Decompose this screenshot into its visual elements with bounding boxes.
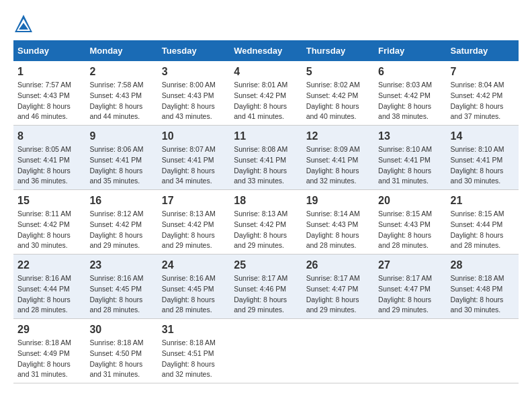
- calendar-cell: 8Sunrise: 8:05 AMSunset: 4:41 PMDaylight…: [13, 126, 85, 190]
- cell-content: Sunrise: 8:13 AMSunset: 4:42 PMDaylight:…: [234, 209, 298, 251]
- day-number: 13: [378, 128, 442, 144]
- day-number: 27: [378, 257, 442, 273]
- day-number: 20: [378, 193, 442, 209]
- day-number: 24: [162, 257, 226, 273]
- cell-content: Sunrise: 8:15 AMSunset: 4:44 PMDaylight:…: [451, 209, 515, 251]
- calendar-cell: 19Sunrise: 8:14 AMSunset: 4:43 PMDayligh…: [302, 190, 374, 255]
- calendar-cell: 27Sunrise: 8:17 AMSunset: 4:47 PMDayligh…: [374, 255, 446, 319]
- calendar-cell: 23Sunrise: 8:16 AMSunset: 4:45 PMDayligh…: [85, 255, 157, 319]
- cell-content: Sunrise: 8:09 AMSunset: 4:41 PMDaylight:…: [306, 144, 370, 187]
- week-row: 1Sunrise: 7:57 AMSunset: 4:43 PMDaylight…: [13, 61, 519, 126]
- day-number: 28: [451, 257, 515, 273]
- calendar-cell: 13Sunrise: 8:10 AMSunset: 4:41 PMDayligh…: [374, 126, 446, 190]
- calendar-cell: 26Sunrise: 8:17 AMSunset: 4:47 PMDayligh…: [302, 255, 374, 319]
- day-number: 15: [17, 193, 81, 209]
- day-number: 21: [451, 193, 515, 209]
- cell-content: Sunrise: 8:10 AMSunset: 4:41 PMDaylight:…: [378, 144, 442, 187]
- calendar-cell: 20Sunrise: 8:15 AMSunset: 4:43 PMDayligh…: [374, 190, 446, 255]
- cell-content: Sunrise: 8:07 AMSunset: 4:41 PMDaylight:…: [162, 144, 226, 187]
- day-number: 26: [306, 257, 370, 273]
- logo: [13, 13, 36, 34]
- calendar-cell: [302, 319, 374, 383]
- cell-content: Sunrise: 8:04 AMSunset: 4:42 PMDaylight:…: [451, 80, 515, 122]
- day-number: 22: [17, 257, 81, 273]
- day-number: 9: [89, 128, 153, 144]
- week-row: 22Sunrise: 8:16 AMSunset: 4:44 PMDayligh…: [13, 255, 519, 319]
- cell-content: Sunrise: 8:00 AMSunset: 4:43 PMDaylight:…: [162, 80, 226, 122]
- calendar-cell: 11Sunrise: 8:08 AMSunset: 4:41 PMDayligh…: [230, 126, 302, 190]
- cell-content: Sunrise: 8:08 AMSunset: 4:41 PMDaylight:…: [234, 144, 298, 187]
- header-day: Sunday: [13, 40, 85, 61]
- day-number: 29: [17, 322, 81, 338]
- day-number: 31: [162, 322, 226, 338]
- cell-content: Sunrise: 8:06 AMSunset: 4:41 PMDaylight:…: [89, 144, 153, 187]
- calendar-cell: 22Sunrise: 8:16 AMSunset: 4:44 PMDayligh…: [13, 255, 85, 319]
- day-number: 14: [451, 128, 515, 144]
- cell-content: Sunrise: 8:17 AMSunset: 4:46 PMDaylight:…: [234, 273, 298, 316]
- calendar-cell: [447, 319, 519, 383]
- calendar-cell: 17Sunrise: 8:13 AMSunset: 4:42 PMDayligh…: [158, 190, 230, 255]
- cell-content: Sunrise: 8:10 AMSunset: 4:41 PMDaylight:…: [451, 144, 515, 187]
- cell-content: Sunrise: 8:03 AMSunset: 4:42 PMDaylight:…: [378, 80, 442, 122]
- cell-content: Sunrise: 8:18 AMSunset: 4:51 PMDaylight:…: [162, 338, 226, 380]
- calendar-cell: 28Sunrise: 8:18 AMSunset: 4:48 PMDayligh…: [447, 255, 519, 319]
- calendar-cell: 4Sunrise: 8:01 AMSunset: 4:42 PMDaylight…: [230, 61, 302, 126]
- calendar-cell: 12Sunrise: 8:09 AMSunset: 4:41 PMDayligh…: [302, 126, 374, 190]
- calendar-cell: 25Sunrise: 8:17 AMSunset: 4:46 PMDayligh…: [230, 255, 302, 319]
- day-number: 11: [234, 128, 298, 144]
- calendar-table: SundayMondayTuesdayWednesdayThursdayFrid…: [13, 40, 519, 383]
- calendar-cell: 6Sunrise: 8:03 AMSunset: 4:42 PMDaylight…: [374, 61, 446, 126]
- calendar-cell: 5Sunrise: 8:02 AMSunset: 4:42 PMDaylight…: [302, 61, 374, 126]
- cell-content: Sunrise: 8:01 AMSunset: 4:42 PMDaylight:…: [234, 80, 298, 122]
- calendar-cell: 3Sunrise: 8:00 AMSunset: 4:43 PMDaylight…: [158, 61, 230, 126]
- day-number: 12: [306, 128, 370, 144]
- cell-content: Sunrise: 8:02 AMSunset: 4:42 PMDaylight:…: [306, 80, 370, 122]
- header-row: SundayMondayTuesdayWednesdayThursdayFrid…: [13, 40, 519, 61]
- cell-content: Sunrise: 8:18 AMSunset: 4:48 PMDaylight:…: [451, 273, 515, 316]
- week-row: 29Sunrise: 8:18 AMSunset: 4:49 PMDayligh…: [13, 319, 519, 383]
- day-number: 19: [306, 193, 370, 209]
- day-number: 7: [451, 64, 515, 80]
- calendar-cell: [374, 319, 446, 383]
- cell-content: Sunrise: 7:58 AMSunset: 4:43 PMDaylight:…: [89, 80, 153, 122]
- day-number: 25: [234, 257, 298, 273]
- cell-content: Sunrise: 8:16 AMSunset: 4:45 PMDaylight:…: [162, 273, 226, 316]
- calendar-cell: 29Sunrise: 8:18 AMSunset: 4:49 PMDayligh…: [13, 319, 85, 383]
- cell-content: Sunrise: 8:17 AMSunset: 4:47 PMDaylight:…: [306, 273, 370, 316]
- week-row: 15Sunrise: 8:11 AMSunset: 4:42 PMDayligh…: [13, 190, 519, 255]
- cell-content: Sunrise: 8:17 AMSunset: 4:47 PMDaylight:…: [378, 273, 442, 316]
- cell-content: Sunrise: 8:14 AMSunset: 4:43 PMDaylight:…: [306, 209, 370, 251]
- day-number: 6: [378, 64, 442, 80]
- day-number: 10: [162, 128, 226, 144]
- day-number: 4: [234, 64, 298, 80]
- day-number: 18: [234, 193, 298, 209]
- day-number: 30: [89, 322, 153, 338]
- logo-icon: [13, 13, 34, 34]
- header-day: Wednesday: [230, 40, 302, 61]
- header-day: Thursday: [302, 40, 374, 61]
- header-day: Saturday: [447, 40, 519, 61]
- calendar-cell: 21Sunrise: 8:15 AMSunset: 4:44 PMDayligh…: [447, 190, 519, 255]
- day-number: 23: [89, 257, 153, 273]
- day-number: 2: [89, 64, 153, 80]
- day-number: 3: [162, 64, 226, 80]
- cell-content: Sunrise: 7:57 AMSunset: 4:43 PMDaylight:…: [17, 80, 81, 122]
- cell-content: Sunrise: 8:18 AMSunset: 4:50 PMDaylight:…: [89, 338, 153, 380]
- calendar-cell: 18Sunrise: 8:13 AMSunset: 4:42 PMDayligh…: [230, 190, 302, 255]
- calendar-cell: 14Sunrise: 8:10 AMSunset: 4:41 PMDayligh…: [447, 126, 519, 190]
- calendar-cell: 1Sunrise: 7:57 AMSunset: 4:43 PMDaylight…: [13, 61, 85, 126]
- page-header: [13, 13, 519, 34]
- calendar-cell: [230, 319, 302, 383]
- header-day: Monday: [85, 40, 157, 61]
- cell-content: Sunrise: 8:05 AMSunset: 4:41 PMDaylight:…: [17, 144, 81, 187]
- day-number: 5: [306, 64, 370, 80]
- week-row: 8Sunrise: 8:05 AMSunset: 4:41 PMDaylight…: [13, 126, 519, 190]
- header-day: Tuesday: [158, 40, 230, 61]
- day-number: 8: [17, 128, 81, 144]
- calendar-cell: 7Sunrise: 8:04 AMSunset: 4:42 PMDaylight…: [447, 61, 519, 126]
- calendar-cell: 10Sunrise: 8:07 AMSunset: 4:41 PMDayligh…: [158, 126, 230, 190]
- calendar-cell: 16Sunrise: 8:12 AMSunset: 4:42 PMDayligh…: [85, 190, 157, 255]
- day-number: 1: [17, 64, 81, 80]
- calendar-cell: 2Sunrise: 7:58 AMSunset: 4:43 PMDaylight…: [85, 61, 157, 126]
- cell-content: Sunrise: 8:11 AMSunset: 4:42 PMDaylight:…: [17, 209, 81, 251]
